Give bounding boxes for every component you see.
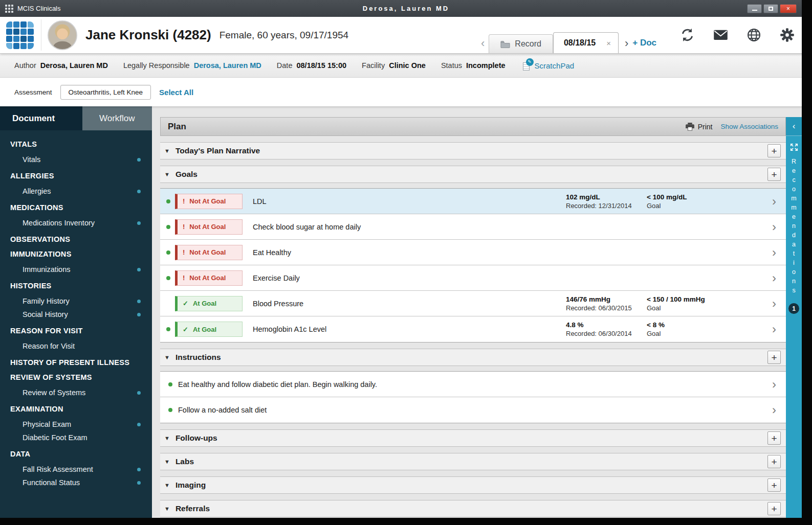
section-header-referrals[interactable]: ▼ Referrals + bbox=[160, 500, 786, 517]
section-title: Goals bbox=[175, 170, 197, 179]
add-lab-button[interactable]: + bbox=[767, 455, 781, 468]
plan-title: Plan bbox=[168, 122, 186, 132]
check-icon: ✓ bbox=[183, 300, 188, 307]
show-associations-link[interactable]: Show Associations bbox=[720, 123, 778, 130]
tab-scroll-left-icon[interactable]: ‹ bbox=[481, 38, 485, 49]
sidebar-section-reason-for-visit: REASON FOR VISIT bbox=[10, 326, 142, 336]
tab-scroll-right-icon[interactable]: › bbox=[625, 38, 628, 49]
section-header-instructions[interactable]: ▼ Instructions + bbox=[160, 349, 786, 366]
chevron-right-icon[interactable]: › bbox=[765, 246, 783, 259]
goal-target-label: Goal bbox=[647, 201, 765, 210]
status-dot-placeholder bbox=[166, 302, 170, 306]
gear-icon[interactable] bbox=[780, 27, 795, 42]
exclamation-icon: ! bbox=[183, 248, 185, 256]
status-dot-icon bbox=[137, 423, 141, 426]
refresh-icon[interactable] bbox=[680, 27, 695, 42]
add-imaging-button[interactable]: + bbox=[767, 478, 781, 492]
goal-label: Blood Pressure bbox=[253, 300, 303, 308]
expand-icon[interactable] bbox=[789, 143, 799, 152]
maximize-button[interactable] bbox=[763, 4, 778, 13]
sidebar-item-family-history[interactable]: Family History bbox=[0, 294, 152, 308]
goal-target-value: < 150 / 100 mmHg bbox=[647, 295, 765, 304]
close-button[interactable]: × bbox=[780, 4, 797, 13]
app-name: MCIS Clinicals bbox=[17, 5, 61, 12]
assessment-chip[interactable]: Osteoarthritis, Left Knee bbox=[60, 85, 151, 100]
sidebar-section-allergies: ALLERGIES bbox=[10, 171, 142, 181]
select-all-link[interactable]: Select All bbox=[159, 88, 193, 97]
add-referral-button[interactable]: + bbox=[767, 502, 781, 515]
section-title: Imaging bbox=[175, 481, 206, 490]
collapse-panel-button[interactable]: ‹ bbox=[786, 117, 802, 136]
sidebar-item-reason-for-visit[interactable]: Reason for Visit bbox=[0, 339, 152, 353]
section-title: Labs bbox=[175, 457, 194, 466]
chevron-right-icon[interactable]: › bbox=[765, 323, 783, 335]
legally-responsible-value[interactable]: Derosa, Lauren MD bbox=[194, 61, 261, 70]
section-title: Referrals bbox=[175, 504, 210, 513]
chevron-right-icon[interactable]: › bbox=[765, 404, 783, 416]
add-follow-up-button[interactable]: + bbox=[767, 431, 781, 445]
sidebar-item-immunizations[interactable]: Immunizations bbox=[0, 263, 152, 276]
goal-row-hemoglobin-a1c[interactable]: ✓At Goal Hemoglobin A1c Level 4.8 %Recor… bbox=[160, 316, 786, 342]
section-title: Today's Plan Narrative bbox=[175, 146, 260, 155]
globe-icon[interactable] bbox=[747, 27, 761, 42]
chevron-right-icon[interactable]: › bbox=[765, 272, 783, 284]
sidebar-item-diabetic-foot-exam[interactable]: Diabetic Foot Exam bbox=[0, 431, 152, 444]
collapse-triangle-icon: ▼ bbox=[164, 354, 170, 360]
status-dot-icon bbox=[137, 221, 141, 225]
sidebar-item-review-of-systems[interactable]: Review of Systems bbox=[0, 386, 152, 399]
recommendations-count-badge[interactable]: 1 bbox=[788, 303, 799, 314]
goal-row-eat-healthy[interactable]: !Not At Goal Eat Healthy › bbox=[160, 240, 786, 265]
chevron-right-icon[interactable]: › bbox=[765, 298, 783, 310]
add-narrative-button[interactable]: + bbox=[767, 144, 781, 157]
section-header-follow-ups[interactable]: ▼ Follow-ups + bbox=[160, 429, 786, 447]
tab-workflow[interactable]: Workflow bbox=[82, 106, 152, 130]
sidebar-item-allergies[interactable]: Allergies bbox=[0, 185, 152, 198]
instructions-list: Eat healthy and follow diabetic diet pla… bbox=[160, 371, 786, 423]
goal-row-blood-sugar[interactable]: !Not At Goal Check blood sugar at home d… bbox=[160, 214, 786, 240]
chevron-right-icon[interactable]: › bbox=[765, 221, 783, 233]
add-doc-button[interactable]: + Doc bbox=[632, 38, 656, 48]
tab-close-icon[interactable]: × bbox=[606, 39, 611, 48]
sidebar-item-social-history[interactable]: Social History bbox=[0, 308, 152, 321]
at-goal-badge: ✓At Goal bbox=[175, 296, 243, 311]
goal-row-ldl[interactable]: !Not At Goal LDL 102 mg/dLRecorded: 12/3… bbox=[160, 189, 786, 214]
tab-document[interactable]: Document bbox=[0, 106, 82, 130]
sidebar-item-physical-exam[interactable]: Physical Exam bbox=[0, 418, 152, 431]
sidebar-item-vitals[interactable]: Vitals bbox=[0, 153, 152, 166]
minimize-button[interactable] bbox=[747, 4, 762, 13]
goal-label: Eat Healthy bbox=[253, 248, 291, 257]
plan-panel: Plan Print Show Associations ▼ Today's P… bbox=[152, 106, 786, 525]
print-button[interactable]: Print bbox=[686, 123, 713, 131]
instruction-row-salt-diet[interactable]: Follow a no-added salt diet › bbox=[160, 397, 786, 423]
section-header-labs[interactable]: ▼ Labs + bbox=[160, 453, 786, 470]
chevron-right-icon[interactable]: › bbox=[765, 195, 783, 208]
exclamation-icon: ! bbox=[183, 223, 185, 231]
section-title: Instructions bbox=[175, 353, 221, 362]
sidebar-item-medications-inventory[interactable]: Medications Inventory bbox=[0, 216, 152, 230]
goal-row-blood-pressure[interactable]: ✓At Goal Blood Pressure 146/76 mmHgRecor… bbox=[160, 291, 786, 316]
status-dot-icon bbox=[137, 481, 141, 485]
section-header-goals[interactable]: ▼ Goals + bbox=[160, 166, 786, 183]
sidebar-section-observations: OBSERVATIONS bbox=[10, 235, 142, 244]
tab-record[interactable]: Record bbox=[489, 34, 553, 53]
status-dot-icon bbox=[137, 158, 141, 162]
screen-edge bbox=[802, 0, 812, 525]
sidebar-section-immunizations: IMMUNIZATIONS bbox=[10, 249, 142, 259]
sidebar-item-functional-status[interactable]: Functional Status bbox=[0, 476, 152, 489]
instruction-row-diet-plan[interactable]: Eat healthy and follow diabetic diet pla… bbox=[160, 372, 786, 397]
mail-icon[interactable] bbox=[713, 27, 728, 42]
sidebar-item-fall-risk-assessment[interactable]: Fall Risk Assessment bbox=[0, 463, 152, 476]
collapse-triangle-icon: ▼ bbox=[164, 506, 170, 512]
section-header-todays-plan-narrative[interactable]: ▼ Today's Plan Narrative + bbox=[160, 142, 786, 159]
tab-date-active[interactable]: 08/18/15 × bbox=[553, 32, 619, 53]
section-header-imaging[interactable]: ▼ Imaging + bbox=[160, 476, 786, 494]
not-at-goal-badge: !Not At Goal bbox=[175, 219, 243, 235]
add-instruction-button[interactable]: + bbox=[767, 351, 781, 364]
add-goal-button[interactable]: + bbox=[767, 168, 781, 181]
scratchpad-button[interactable]: ✎ ScratchPad bbox=[523, 61, 575, 71]
goal-current-value: 102 mg/dL bbox=[566, 193, 647, 201]
chevron-right-icon[interactable]: › bbox=[765, 378, 783, 391]
recommendations-label[interactable]: Recommendations bbox=[791, 158, 798, 296]
goal-row-exercise-daily[interactable]: !Not At Goal Exercise Daily › bbox=[160, 265, 786, 291]
sidebar-section-medications: MEDICATIONS bbox=[10, 203, 142, 213]
